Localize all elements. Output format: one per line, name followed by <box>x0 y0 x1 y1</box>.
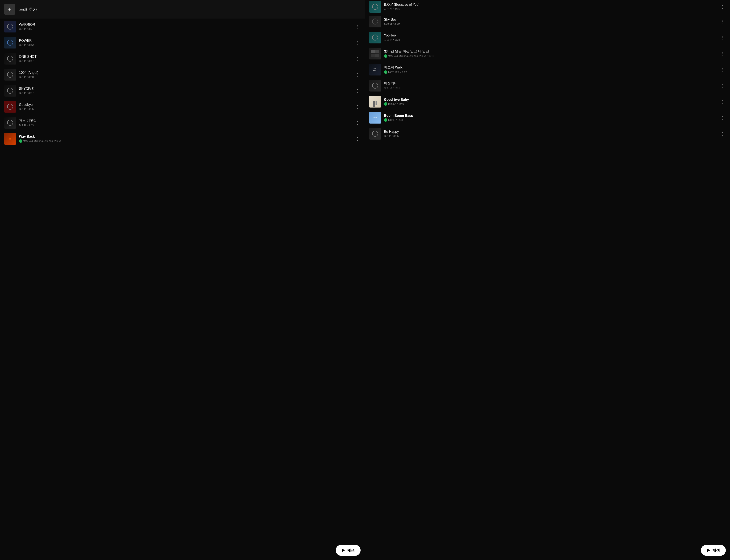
verified-icon: ✓ <box>19 139 22 143</box>
song-title: Way Back <box>19 135 351 139</box>
song-meta: ✓ 방용국&정대현&유영재&문종업 <box>19 139 351 143</box>
song-meta: B.A.P • 3:27 <box>19 27 351 30</box>
list-item[interactable]: ! 전부 거짓말 B.A.P • 3:43 ⋮ <box>0 115 365 131</box>
song-thumbnail: ! <box>369 80 381 92</box>
list-item[interactable]: ! Be Happy B.A.P • 3:36 ⋮ <box>365 126 730 142</box>
song-thumbnail <box>369 96 381 108</box>
list-item[interactable]: 빛바랜 날들 이젠 잊고 다 안녕 ✓ 방용국&정대현&유영재&문종업 • 3:… <box>365 46 730 62</box>
song-info: 빛바랜 날들 이젠 잊고 다 안녕 ✓ 방용국&정대현&유영재&문종업 • 3:… <box>384 49 717 58</box>
list-item[interactable]: Good-bye Baby ✓ miss A • 3:46 ⋮ <box>365 94 730 110</box>
error-icon: ! <box>372 83 378 89</box>
song-title: 1004 (Angel) <box>19 71 351 75</box>
more-button[interactable]: ⋮ <box>719 34 726 41</box>
list-item[interactable]: ! 미친거니 송지은 • 3:51 ⋮ <box>365 78 730 94</box>
song-thumbnail: ! <box>4 69 16 81</box>
list-item[interactable]: ! WARRIOR B.A.P • 3:27 ⋮ <box>0 19 365 35</box>
song-thumbnail: ! <box>4 117 16 129</box>
verified-icon: ✓ <box>384 118 387 122</box>
more-button[interactable]: ⋮ <box>354 71 361 78</box>
song-thumbnail <box>369 48 381 59</box>
song-thumbnail: RIIZE <box>369 112 381 124</box>
error-icon: ! <box>372 19 378 24</box>
list-item[interactable]: ! B.O.Y (Because of You) 시크릿 • 4:06 ⋮ <box>365 0 730 13</box>
left-song-list: ! WARRIOR B.A.P • 3:27 ⋮ ! POWER B.A.P •… <box>0 19 365 560</box>
song-info: SKYDIVE B.A.P • 3:57 <box>19 87 351 94</box>
more-button[interactable]: ⋮ <box>719 66 726 73</box>
song-thumbnail: ! <box>4 85 16 97</box>
more-button[interactable]: ⋮ <box>354 23 361 30</box>
error-icon: ! <box>7 40 13 46</box>
more-button[interactable]: ⋮ <box>719 114 726 121</box>
song-info: 전부 거짓말 B.A.P • 3:43 <box>19 119 351 127</box>
song-title: ONE SHOT <box>19 55 351 59</box>
error-icon: ! <box>7 24 13 30</box>
song-info: WARRIOR B.A.P • 3:27 <box>19 23 351 30</box>
song-title: Boom Boom Bass <box>384 114 717 118</box>
song-meta: B.A.P • 3:36 <box>384 134 717 137</box>
list-item[interactable]: ★ Way Back ✓ 방용국&정대현&유영재&문종업 ⋮ <box>0 131 365 147</box>
list-item[interactable]: THEBEAT 삐그덕 Walk ✓ NCT 127 • 3:12 ⋮ <box>365 62 730 78</box>
song-meta: 시크릿 • 4:06 <box>384 7 717 11</box>
play-label: 재생 <box>712 548 720 553</box>
error-icon: ! <box>7 120 13 126</box>
song-info: Boom Boom Bass ✓ RIIZE • 2:33 <box>384 114 717 122</box>
plus-icon: + <box>8 6 11 12</box>
verified-icon: ✓ <box>384 54 387 58</box>
song-meta: ✓ 방용국&정대현&유영재&문종업 • 3:16 <box>384 54 717 58</box>
more-button[interactable]: ⋮ <box>354 136 361 142</box>
song-thumbnail: ! <box>4 53 16 65</box>
song-thumbnail: ! <box>369 16 381 27</box>
play-button[interactable]: 재생 <box>701 545 726 556</box>
song-meta: 송지은 • 3:51 <box>384 86 717 90</box>
list-item[interactable]: ! YooHoo 시크릿 • 3:25 ⋮ <box>365 30 730 46</box>
song-title: 삐그덕 Walk <box>384 65 717 70</box>
list-item[interactable]: ! ONE SHOT B.A.P • 3:57 ⋮ <box>0 51 365 67</box>
song-meta: B.A.P • 3:43 <box>19 124 351 127</box>
song-info: Goodbye B.A.P • 4:05 <box>19 103 351 110</box>
add-song-header: + 노래 추가 <box>0 0 365 19</box>
more-button[interactable]: ⋮ <box>354 55 361 62</box>
song-thumbnail: ★ <box>4 133 16 145</box>
song-title: 전부 거짓말 <box>19 119 351 123</box>
verified-icon: ✓ <box>384 70 387 74</box>
left-panel: + 노래 추가 ! WARRIOR B.A.P • 3:27 ⋮ ! POWER… <box>0 0 365 560</box>
thumb-label: ★ <box>9 137 11 140</box>
more-button[interactable]: ⋮ <box>719 98 726 105</box>
play-button[interactable]: 재생 <box>336 545 361 556</box>
more-button[interactable]: ⋮ <box>354 39 361 46</box>
more-button[interactable]: ⋮ <box>719 131 726 137</box>
song-info: 1004 (Angel) B.A.P • 3:48 <box>19 71 351 78</box>
song-info: ONE SHOT B.A.P • 3:57 <box>19 55 351 62</box>
list-item[interactable]: ! SKYDIVE B.A.P • 3:57 ⋮ <box>0 83 365 99</box>
add-song-button[interactable]: + <box>4 4 15 15</box>
song-title: 빛바랜 날들 이젠 잊고 다 안녕 <box>384 49 717 54</box>
right-song-list: ! B.O.Y (Because of You) 시크릿 • 4:06 ⋮ ! … <box>365 0 730 560</box>
list-item[interactable]: RIIZE Boom Boom Bass ✓ RIIZE • 2:33 ⋮ <box>365 110 730 126</box>
error-icon: ! <box>372 35 378 40</box>
thumb-label: THEBEAT <box>372 68 377 71</box>
list-item[interactable]: ! 1004 (Angel) B.A.P • 3:48 ⋮ <box>0 67 365 83</box>
song-info: 미친거니 송지은 • 3:51 <box>384 81 717 90</box>
song-info: 삐그덕 Walk ✓ NCT 127 • 3:12 <box>384 65 717 74</box>
more-button[interactable]: ⋮ <box>354 120 361 126</box>
song-title: B.O.Y (Because of You) <box>384 3 717 7</box>
list-item[interactable]: ! Goodbye B.A.P • 4:05 ⋮ <box>0 99 365 115</box>
more-button[interactable]: ⋮ <box>719 82 726 89</box>
song-title: POWER <box>19 39 351 43</box>
list-item[interactable]: ! Shy Boy Secret • 3:39 ⋮ <box>365 13 730 30</box>
song-thumbnail: THEBEAT <box>369 64 381 75</box>
song-info: POWER B.A.P • 3:52 <box>19 39 351 46</box>
more-button[interactable]: ⋮ <box>354 104 361 110</box>
error-icon: ! <box>7 72 13 78</box>
more-button[interactable]: ⋮ <box>354 87 361 94</box>
song-thumbnail: ! <box>369 32 381 43</box>
more-button[interactable]: ⋮ <box>719 4 726 10</box>
error-icon: ! <box>7 88 13 94</box>
song-title: SKYDIVE <box>19 87 351 91</box>
right-panel: ! B.O.Y (Because of You) 시크릿 • 4:06 ⋮ ! … <box>365 0 730 560</box>
list-item[interactable]: ! POWER B.A.P • 3:52 ⋮ <box>0 35 365 51</box>
more-button[interactable]: ⋮ <box>719 50 726 57</box>
song-title: Be Happy <box>384 130 717 134</box>
verified-icon: ✓ <box>384 102 387 106</box>
more-button[interactable]: ⋮ <box>719 18 726 25</box>
